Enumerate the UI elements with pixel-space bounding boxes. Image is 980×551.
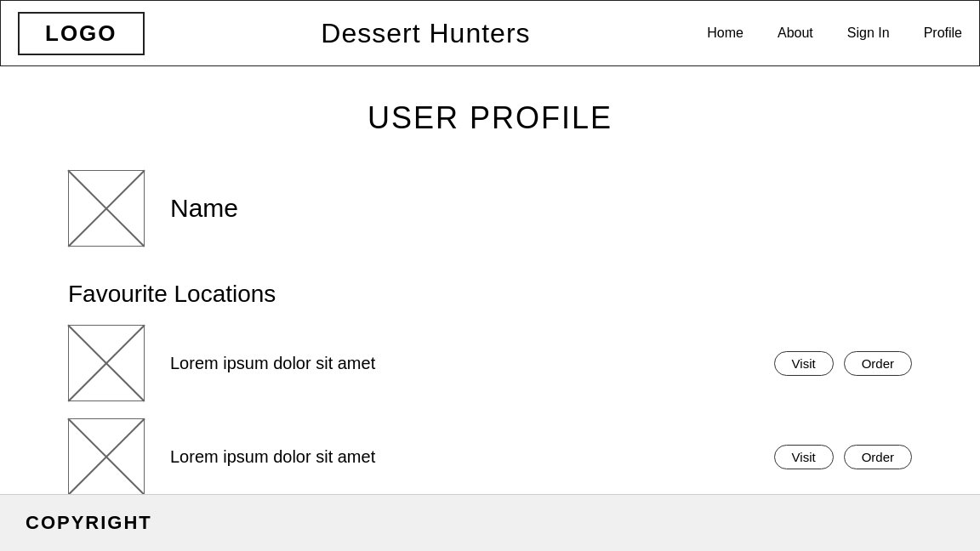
visit-button-2[interactable]: Visit (774, 445, 834, 469)
site-footer: COPYRIGHT (0, 494, 980, 551)
location-description-1: Lorem ipsum dolor sit amet (170, 354, 749, 373)
nav-profile[interactable]: Profile (924, 26, 962, 41)
location-image-1 (68, 325, 145, 401)
location-description-2: Lorem ipsum dolor sit amet (170, 447, 749, 467)
page-title: USER PROFILE (68, 100, 912, 136)
copyright-text: COPYRIGHT (26, 512, 152, 533)
location-image-2 (68, 418, 145, 495)
site-header: LOGO Dessert Hunters Home About Sign In … (0, 0, 980, 66)
list-item: Lorem ipsum dolor sit amet Visit Order (68, 325, 912, 401)
nav-home[interactable]: Home (707, 26, 744, 41)
logo: LOGO (18, 12, 145, 55)
visit-button-1[interactable]: Visit (774, 351, 834, 376)
main-content: USER PROFILE Name Favourite Locations Lo… (0, 66, 980, 546)
order-button-1[interactable]: Order (844, 351, 912, 376)
site-title: Dessert Hunters (321, 18, 530, 49)
user-avatar (68, 170, 145, 247)
nav-sign-in[interactable]: Sign In (847, 26, 890, 41)
main-nav: Home About Sign In Profile (707, 26, 962, 41)
user-name: Name (170, 194, 238, 223)
list-item: Lorem ipsum dolor sit amet Visit Order (68, 418, 912, 495)
user-profile-section: Name (68, 170, 912, 247)
favourites-section-title: Favourite Locations (68, 281, 912, 308)
location-actions-2: Visit Order (774, 445, 912, 469)
location-actions-1: Visit Order (774, 351, 912, 376)
nav-about[interactable]: About (778, 26, 813, 41)
order-button-2[interactable]: Order (844, 445, 912, 469)
